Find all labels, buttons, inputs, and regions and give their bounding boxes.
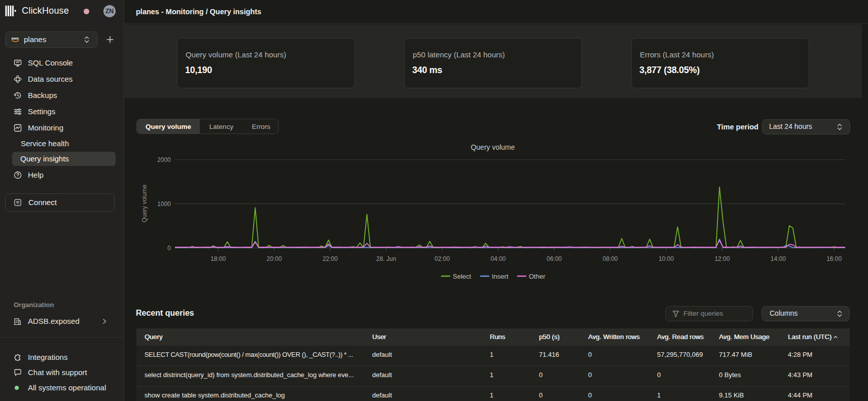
svg-text:20:00: 20:00 xyxy=(267,255,282,262)
svg-text:12:00: 12:00 xyxy=(714,255,730,262)
svg-text:06:00: 06:00 xyxy=(547,255,562,262)
svg-text:10:00: 10:00 xyxy=(659,255,674,262)
svg-text:22:00: 22:00 xyxy=(322,255,338,262)
svg-text:Select: Select xyxy=(453,273,472,280)
svg-text:14:00: 14:00 xyxy=(771,255,786,262)
svg-text:Other: Other xyxy=(529,273,546,280)
svg-text:02:00: 02:00 xyxy=(435,255,450,262)
svg-text:2000: 2000 xyxy=(157,156,171,163)
svg-text:28. Jun: 28. Jun xyxy=(376,255,396,262)
svg-text:04:00: 04:00 xyxy=(490,255,505,262)
svg-text:16:00: 16:00 xyxy=(826,255,842,262)
svg-text:18:00: 18:00 xyxy=(210,255,226,262)
svg-text:1000: 1000 xyxy=(157,201,171,208)
svg-text:08:00: 08:00 xyxy=(602,255,618,262)
svg-text:0: 0 xyxy=(167,245,171,252)
svg-text:Query volume: Query volume xyxy=(141,184,148,222)
svg-text:Insert: Insert xyxy=(492,273,509,280)
svg-text:Query volume: Query volume xyxy=(471,143,515,151)
